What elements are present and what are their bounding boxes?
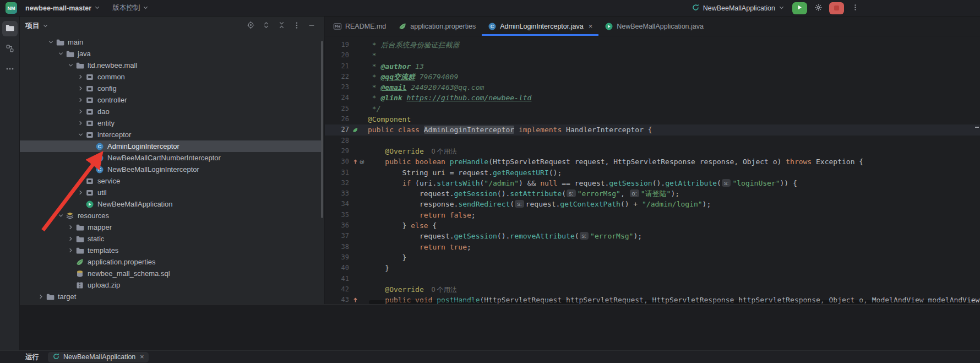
code-line-36[interactable]: 36 } else {: [325, 220, 980, 231]
tree-item-main[interactable]: main: [20, 36, 321, 48]
code-text[interactable]: * 后台系统身份验证拦截器: [368, 40, 980, 50]
gutter[interactable]: [352, 231, 368, 241]
tab-adminlogininterceptor-java[interactable]: CAdminLoginInterceptor.java×: [482, 17, 598, 36]
line-number[interactable]: 43: [325, 295, 352, 304]
locate-button[interactable]: [246, 20, 256, 32]
code-text[interactable]: public boolean preHandle(HttpServletRequ…: [368, 156, 980, 167]
gutter[interactable]: [352, 188, 368, 199]
code-line-35[interactable]: 35 return false;: [325, 210, 980, 220]
line-number[interactable]: 38: [325, 242, 352, 252]
chevron-down-icon[interactable]: [42, 22, 48, 30]
code-line-38[interactable]: 38 return true;: [325, 242, 980, 252]
code-line-32[interactable]: 32 if (uri.startsWith("/admin") && null …: [325, 178, 980, 188]
tree-item-newbee-mall-schema-sql[interactable]: newbee_mall_schema.sql: [20, 268, 321, 279]
line-number[interactable]: 37: [325, 231, 352, 241]
tab-newbeemallapplication-java[interactable]: NewBeeMallApplication.java: [598, 17, 710, 36]
tree-item-application-properties[interactable]: application.properties: [20, 256, 321, 268]
tree-item-java[interactable]: java: [20, 48, 321, 59]
code-line-25[interactable]: 25 */: [325, 104, 980, 114]
tree-item-controller[interactable]: controller: [20, 94, 321, 106]
gutter[interactable]: [352, 136, 368, 146]
line-number[interactable]: 42: [325, 284, 352, 295]
more-tool-windows-button[interactable]: [2, 62, 18, 77]
tree-item-service[interactable]: service: [20, 175, 321, 187]
chevron-down-icon[interactable]: [76, 132, 85, 138]
code-line-24[interactable]: 24 * @link https://github.com/newbee-ltd: [325, 93, 980, 103]
at-gutter-icon[interactable]: @: [359, 159, 365, 165]
gutter[interactable]: [352, 210, 368, 220]
gutter[interactable]: [352, 220, 368, 231]
gutter[interactable]: [352, 82, 368, 93]
code-text[interactable]: return true;: [368, 242, 980, 252]
line-number[interactable]: 20: [325, 50, 352, 61]
chevron-right-icon[interactable]: [76, 109, 85, 115]
chevron-right-icon[interactable]: [76, 97, 85, 103]
run-button[interactable]: [792, 2, 807, 14]
line-number[interactable]: 33: [325, 188, 352, 199]
gutter[interactable]: [352, 274, 368, 284]
tree-item-interceptor[interactable]: interceptor: [20, 129, 321, 140]
line-number[interactable]: 25: [325, 104, 352, 114]
tree-item-util[interactable]: util: [20, 187, 321, 198]
line-number[interactable]: 21: [325, 61, 352, 72]
line-number[interactable]: 19: [325, 40, 352, 50]
chevron-right-icon[interactable]: [66, 236, 75, 242]
hide-panel-button[interactable]: [307, 20, 317, 32]
code-line-27[interactable]: 27public class AdminLoginInterceptor imp…: [325, 124, 980, 135]
run-config-selector[interactable]: NewBeeMallApplication: [688, 2, 788, 15]
tree-item-resources[interactable]: resources: [20, 210, 321, 221]
code-text[interactable]: public class AdminLoginInterceptor imple…: [368, 124, 980, 135]
code-text[interactable]: }: [368, 252, 980, 263]
gutter[interactable]: [352, 199, 368, 209]
tree-item-templates[interactable]: templates: [20, 245, 321, 256]
code-text[interactable]: *: [368, 50, 980, 61]
tree-item-mapper[interactable]: mapper: [20, 221, 321, 233]
panel-options-button[interactable]: [292, 20, 302, 32]
code-text[interactable]: @Component: [368, 114, 980, 124]
code-text[interactable]: */: [368, 104, 980, 114]
tree-item-target[interactable]: target: [20, 291, 321, 302]
override-gutter-icon[interactable]: [352, 297, 358, 303]
code-line-39[interactable]: 39 }: [325, 252, 980, 263]
tree-item-ltd-newbee-mall[interactable]: ltd.newbee.mall: [20, 59, 321, 71]
chevron-right-icon[interactable]: [76, 120, 85, 126]
close-icon[interactable]: ×: [589, 23, 593, 30]
code-text[interactable]: }: [368, 263, 980, 273]
gutter[interactable]: [352, 146, 368, 156]
line-number[interactable]: 28: [325, 136, 352, 146]
code-line-31[interactable]: 31 String uri = request.getRequestURI();: [325, 167, 980, 178]
gutter[interactable]: [352, 114, 368, 124]
stop-button[interactable]: [829, 2, 844, 14]
gutter[interactable]: [352, 72, 368, 82]
chevron-down-icon[interactable]: [56, 213, 66, 219]
project-scrollbar[interactable]: [321, 41, 323, 218]
code-text[interactable]: * @qq交流群 796794009: [368, 72, 980, 82]
line-number[interactable]: 36: [325, 220, 352, 231]
line-number[interactable]: 27: [325, 124, 352, 135]
code-text[interactable]: [368, 274, 980, 284]
gutter[interactable]: [352, 61, 368, 72]
code-line-26[interactable]: 26@Component: [325, 114, 980, 124]
chevron-right-icon[interactable]: [76, 189, 85, 196]
expand-all-button[interactable]: [261, 20, 271, 32]
tree-item-entity[interactable]: entity: [20, 117, 321, 129]
line-number[interactable]: 41: [325, 274, 352, 284]
run-tab[interactable]: NewBeeMallApplication ×: [48, 352, 149, 362]
line-number[interactable]: 23: [325, 82, 352, 93]
code-line-41[interactable]: 41: [325, 274, 980, 284]
project-tool-button[interactable]: [2, 21, 18, 36]
tab-readme-md[interactable]: README.md: [327, 17, 392, 36]
code-text[interactable]: * @author 13: [368, 61, 980, 72]
code-text[interactable]: @Override0 个用法: [368, 284, 980, 295]
bean-gutter-icon[interactable]: [352, 127, 358, 133]
tree-item-newbeemalllogininterceptor[interactable]: CNewBeeMallLoginInterceptor: [20, 164, 321, 175]
code-text[interactable]: * @email 2449207463@qq.com: [368, 82, 980, 93]
code-text[interactable]: String uri = request.getRequestURI();: [368, 167, 980, 178]
line-number[interactable]: 30: [325, 156, 352, 167]
line-number[interactable]: 39: [325, 252, 352, 263]
chevron-down-icon[interactable]: [56, 51, 66, 57]
tree-item-newbeemallapplication[interactable]: NewBeeMallApplication: [20, 198, 321, 210]
chevron-down-icon[interactable]: [46, 39, 56, 45]
gutter[interactable]: [352, 104, 368, 114]
code-line-40[interactable]: 40 }: [325, 263, 980, 273]
